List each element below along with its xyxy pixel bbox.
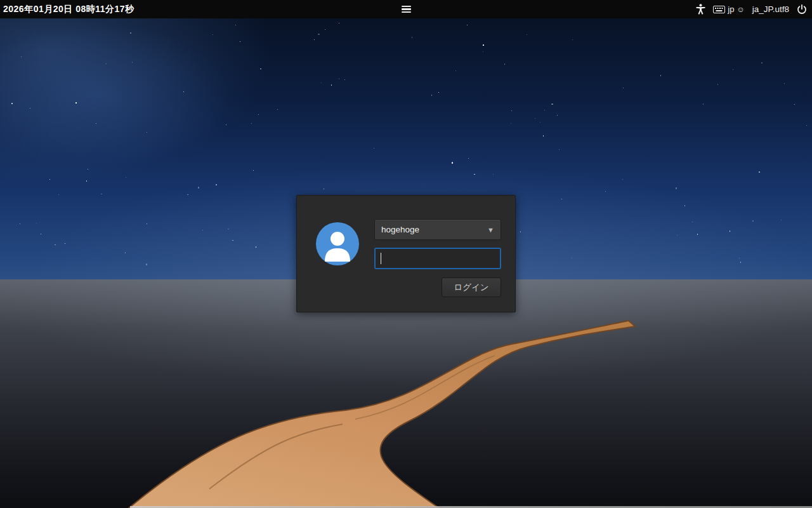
- accessibility-button[interactable]: [696, 0, 705, 18]
- keyboard-layout-button[interactable]: jp ☺: [713, 0, 744, 18]
- user-select[interactable]: hogehoge ▼: [374, 219, 501, 240]
- button-row: ログイン: [374, 277, 501, 297]
- top-panel: 2026年01月20日 08時11分17秒 jp ☺ ja_JP.utf8: [0, 0, 812, 18]
- password-input[interactable]: [374, 248, 501, 269]
- locale-label: ja_JP.utf8: [752, 4, 789, 14]
- login-fields: hogehoge ▼ ログイン: [374, 219, 501, 297]
- power-button[interactable]: [797, 0, 807, 18]
- panel-indicators: jp ☺ ja_JP.utf8: [696, 0, 807, 18]
- password-field-wrap: [374, 248, 501, 269]
- hamburger-icon: [402, 6, 411, 13]
- clock: 2026年01月20日 08時11分17秒: [3, 0, 134, 18]
- selected-username: hogehoge: [381, 225, 419, 234]
- input-method-icon: ☺: [737, 5, 744, 14]
- accessibility-icon: [696, 4, 705, 15]
- chevron-down-icon: ▼: [487, 226, 494, 234]
- keyboard-icon: [713, 6, 725, 13]
- session-menu-button[interactable]: [395, 0, 417, 18]
- power-icon: [797, 4, 807, 15]
- text-caret: [381, 253, 381, 264]
- user-avatar: [316, 222, 359, 265]
- login-dialog: hogehoge ▼ ログイン: [296, 195, 516, 312]
- login-button[interactable]: ログイン: [442, 277, 501, 297]
- keyboard-layout-label: jp: [728, 4, 734, 14]
- user-avatar-icon: [316, 222, 359, 265]
